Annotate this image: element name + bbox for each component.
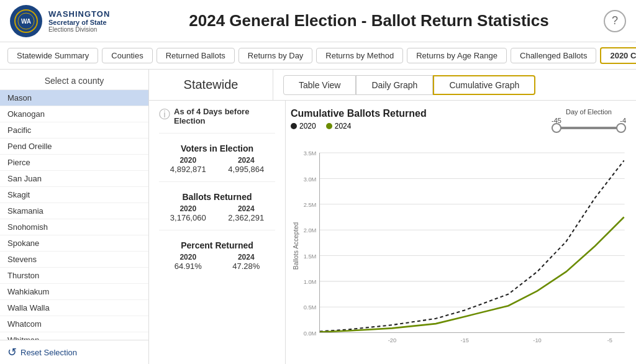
logo-text: WASHINGTON Secretary of State Elections … [48,9,110,33]
stats-voters-2020-value: 4,892,871 [170,165,206,174]
chart-area: Cumulative Ballots Returned 2020 2024 [286,101,636,364]
stats-percent-2024-value: 47.28% [232,262,260,271]
day-of-election-slider-area: Day of Election -45 -4 [552,108,626,132]
chart-legend: 2020 2024 [291,122,427,130]
legend-dot-2020 [291,123,297,129]
stats-ballots-2024-value: 2,362,291 [228,213,264,222]
stats-ballots-2020-value: 3,176,060 [170,213,206,222]
county-item-san-juan[interactable]: San Juan [0,171,148,187]
county-item-snohomish[interactable]: Snohomish [0,219,148,235]
logo-area: WA WASHINGTON Secretary of State Electio… [10,5,134,37]
slider-track[interactable] [552,127,626,129]
stats-divider-2 [159,181,275,182]
svg-text:0.5M: 0.5M [304,304,317,311]
slider-label: Day of Election [566,108,612,116]
county-item-pierce[interactable]: Pierce [0,155,148,171]
county-item-walla-walla[interactable]: Walla Walla [0,300,148,316]
tab-challenged-ballots[interactable]: Challenged Ballots [511,48,596,63]
tab-daily-graph[interactable]: Daily Graph [356,75,433,95]
stats-voters-2024: 2024 4,995,864 [228,156,264,174]
stats-percent-2024: 2024 47.28% [232,253,260,271]
tab-cumulative-graph[interactable]: Cumulative Graph [433,75,535,95]
sidebar: Select a county Mason Okanogan Pacific P… [0,70,149,364]
sidebar-title: Select a county [0,70,148,90]
tab-returns-by-method[interactable]: Returns by Method [316,48,403,63]
stats-divider-3 [159,230,275,230]
county-item-thurston[interactable]: Thurston [0,268,148,284]
slider-thumb-left[interactable] [552,123,561,133]
svg-text:-5: -5 [607,337,612,344]
chart-svg-wrapper: Ballots Accepted 3.5M 3.0M 2.5M 2.0M 1.5… [291,133,631,359]
stats-ballots-title: Ballots Returned [159,192,275,202]
logo-seal: WA [10,5,42,37]
stats-ballots-2024-label: 2024 [228,204,264,213]
stats-percent-2020-label: 2020 [175,253,202,262]
tab-returns-by-age-range[interactable]: Returns by Age Range [407,48,507,63]
tab-returns-by-day[interactable]: Returns by Day [238,48,313,63]
content-body: ⓘ As of 4 Days before Election Voters in… [149,101,636,364]
legend-label-2024: 2024 [335,122,352,130]
stats-voters-2020-label: 2020 [170,156,206,165]
stats-percent-title: Percent Returned [159,240,275,250]
main-content: Select a county Mason Okanogan Pacific P… [0,70,636,364]
org-name-line3: Elections Division [48,26,110,33]
county-item-stevens[interactable]: Stevens [0,252,148,268]
svg-text:1.5M: 1.5M [304,253,317,260]
svg-text:1.0M: 1.0M [304,279,317,285]
view-tabs: Table View Daily Graph Cumulative Graph [273,70,545,100]
reset-icon: ↺ [7,345,17,359]
view-header: Statewide Table View Daily Graph Cumulat… [149,70,636,101]
legend-label-2020: 2020 [299,122,316,130]
slider-thumb-right[interactable] [616,123,626,133]
svg-text:0.0M: 0.0M [304,330,317,337]
county-list: Mason Okanogan Pacific Pend Oreille Pier… [0,90,148,340]
stats-voters-2020: 2020 4,892,871 [170,156,206,174]
stats-help-icon[interactable]: ⓘ [159,107,170,122]
county-item-pacific[interactable]: Pacific [0,122,148,139]
tab-table-view[interactable]: Table View [283,75,356,95]
chart-title: Cumulative Ballots Returned [291,108,427,119]
legend-item-2020: 2020 [291,122,316,130]
svg-text:-15: -15 [460,337,468,344]
county-item-skamania[interactable]: Skamania [0,203,148,219]
svg-text:3.0M: 3.0M [304,176,317,183]
county-item-whatcom[interactable]: Whatcom [0,316,148,332]
stats-percent-2020-value: 64.91% [175,262,202,271]
reset-selection-button[interactable]: ↺ Reset Selection [0,340,148,364]
svg-text:2.5M: 2.5M [304,202,317,208]
county-item-skagit[interactable]: Skagit [0,187,148,203]
stats-divider-1 [159,133,275,134]
help-button[interactable]: ? [604,10,626,32]
stats-voters-cols: 2020 4,892,871 2024 4,995,864 [159,156,275,174]
stats-voters-2024-label: 2024 [228,156,264,165]
stats-ballots-2020-label: 2020 [170,204,206,213]
county-item-wahkiakum[interactable]: Wahkiakum [0,284,148,300]
county-item-whitman[interactable]: Whitman [0,332,148,340]
stats-section-voters: Voters in Election 2020 4,892,871 2024 4… [159,143,275,174]
tab-returned-ballots[interactable]: Returned Ballots [157,48,235,63]
county-item-pend-oreille[interactable]: Pend Oreille [0,139,148,155]
tab-statewide-summary[interactable]: Statewide Summary [7,48,98,63]
svg-text:-10: -10 [533,337,541,344]
county-item-mason[interactable]: Mason [0,90,148,106]
county-item-okanogan[interactable]: Okanogan [0,106,148,122]
stats-voters-title: Voters in Election [159,143,275,153]
slider-fill [552,127,626,129]
page-title: 2024 General Election - Ballot Return St… [134,11,604,30]
stats-percent-2020: 2020 64.91% [175,253,202,271]
stats-percent-2024-label: 2024 [232,253,260,262]
stats-section-ballots: Ballots Returned 2020 3,176,060 2024 2,3… [159,192,275,222]
reset-label: Reset Selection [20,348,77,357]
tab-counties[interactable]: Counties [102,48,152,63]
county-item-spokane[interactable]: Spokane [0,235,148,252]
org-name-line2: Secretary of State [48,19,110,26]
stats-voters-2024-value: 4,995,864 [228,165,264,174]
tab-2020-comparison[interactable]: 2020 Comparison [600,47,636,64]
svg-text:-20: -20 [388,337,396,344]
header: WA WASHINGTON Secretary of State Electio… [0,0,636,42]
stats-ballots-2024: 2024 2,362,291 [228,204,264,222]
content-area: Statewide Table View Daily Graph Cumulat… [149,70,636,364]
chart-line-2024 [320,217,624,332]
stats-section-percent: Percent Returned 2020 64.91% 2024 47.28% [159,240,275,271]
svg-text:2.0M: 2.0M [304,227,317,234]
